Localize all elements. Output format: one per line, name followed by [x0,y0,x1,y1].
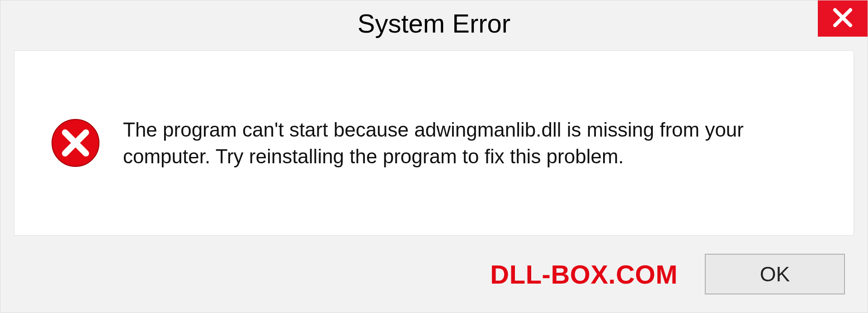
close-button[interactable] [818,0,868,37]
watermark-text: DLL-BOX.COM [490,259,678,289]
title-bar: System Error [0,0,868,46]
dialog-title: System Error [358,8,510,38]
content-area: The program can't start because adwingma… [14,50,854,236]
error-dialog: System Error The program can't start bec… [0,0,868,313]
ok-button[interactable]: OK [705,254,845,294]
error-message: The program can't start because adwingma… [123,116,835,170]
close-icon [831,6,854,31]
dialog-footer: DLL-BOX.COM OK [0,236,868,313]
error-icon [51,118,100,168]
